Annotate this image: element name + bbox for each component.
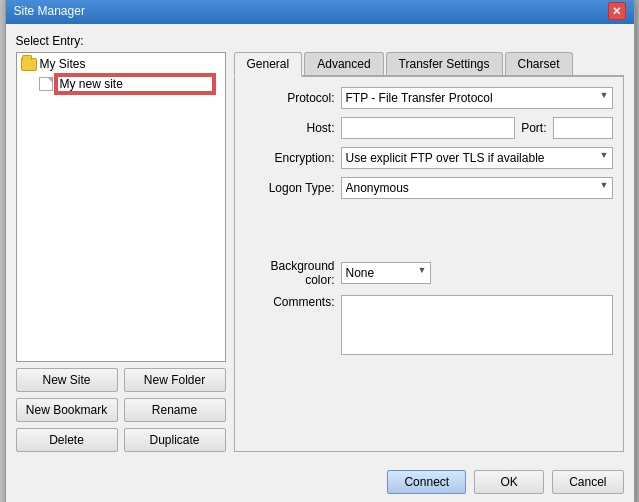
main-layout: My Sites New Site New Folder New Bookmar… [16, 52, 624, 452]
logon-type-select[interactable]: Anonymous Normal Ask for password Intera… [341, 177, 613, 199]
bottom-buttons: Connect OK Cancel [6, 462, 634, 502]
protocol-row: Protocol: FTP - File Transfer Protocol S… [245, 87, 613, 109]
tab-content-general: Protocol: FTP - File Transfer Protocol S… [234, 77, 624, 452]
bg-color-row: Background color: None Red Green Blue Ye… [245, 259, 613, 287]
duplicate-button[interactable]: Duplicate [124, 428, 226, 452]
select-entry-label: Select Entry: [16, 34, 624, 48]
tab-general[interactable]: General [234, 52, 303, 77]
delete-button[interactable]: Delete [16, 428, 118, 452]
comments-textarea[interactable] [341, 295, 613, 355]
protocol-select[interactable]: FTP - File Transfer Protocol SFTP - SSH … [341, 87, 613, 109]
tab-advanced[interactable]: Advanced [304, 52, 383, 75]
left-panel: My Sites New Site New Folder New Bookmar… [16, 52, 226, 452]
logon-type-label: Logon Type: [245, 181, 335, 195]
new-folder-button[interactable]: New Folder [124, 368, 226, 392]
window-title: Site Manager [14, 4, 85, 18]
bg-color-select-wrapper: None Red Green Blue Yellow [341, 262, 431, 284]
protocol-label: Protocol: [245, 91, 335, 105]
encryption-label: Encryption: [245, 151, 335, 165]
folder-icon [21, 58, 37, 71]
host-row: Host: Port: [245, 117, 613, 139]
tree-root-label: My Sites [40, 57, 86, 71]
comments-row: Comments: [245, 295, 613, 358]
bg-color-label: Background color: [245, 259, 335, 287]
tree-container[interactable]: My Sites [16, 52, 226, 362]
btn-row-2: New Bookmark Rename [16, 398, 226, 422]
port-label: Port: [521, 121, 546, 135]
site-manager-window: Site Manager ✕ Select Entry: My Sites [5, 0, 635, 502]
bg-color-select[interactable]: None Red Green Blue Yellow [341, 262, 431, 284]
host-label: Host: [245, 121, 335, 135]
tab-charset[interactable]: Charset [505, 52, 573, 75]
encryption-select-wrapper: Use explicit FTP over TLS if available O… [341, 147, 613, 169]
logon-type-row: Logon Type: Anonymous Normal Ask for pas… [245, 177, 613, 199]
encryption-row: Encryption: Use explicit FTP over TLS if… [245, 147, 613, 169]
site-file-icon [39, 77, 53, 91]
comments-label: Comments: [245, 295, 335, 309]
host-input[interactable] [341, 117, 516, 139]
new-bookmark-button[interactable]: New Bookmark [16, 398, 118, 422]
titlebar: Site Manager ✕ [6, 0, 634, 24]
rename-button[interactable]: Rename [124, 398, 226, 422]
tree-root[interactable]: My Sites [19, 55, 223, 73]
site-name-input[interactable] [56, 75, 214, 93]
right-panel: General Advanced Transfer Settings Chars… [234, 52, 624, 452]
window-content: Select Entry: My Sites New Si [6, 24, 634, 462]
new-site-button[interactable]: New Site [16, 368, 118, 392]
protocol-select-wrapper: FTP - File Transfer Protocol SFTP - SSH … [341, 87, 613, 109]
tabs: General Advanced Transfer Settings Chars… [234, 52, 624, 77]
port-input[interactable] [553, 117, 613, 139]
tree-item-my-new-site[interactable] [19, 73, 223, 95]
close-button[interactable]: ✕ [608, 2, 626, 20]
logon-type-select-wrapper: Anonymous Normal Ask for password Intera… [341, 177, 613, 199]
ok-button[interactable]: OK [474, 470, 544, 494]
comments-area [341, 295, 613, 358]
encryption-select[interactable]: Use explicit FTP over TLS if available O… [341, 147, 613, 169]
btn-row-3: Delete Duplicate [16, 428, 226, 452]
cancel-button[interactable]: Cancel [552, 470, 623, 494]
tab-transfer-settings[interactable]: Transfer Settings [386, 52, 503, 75]
connect-button[interactable]: Connect [387, 470, 466, 494]
btn-row-1: New Site New Folder [16, 368, 226, 392]
